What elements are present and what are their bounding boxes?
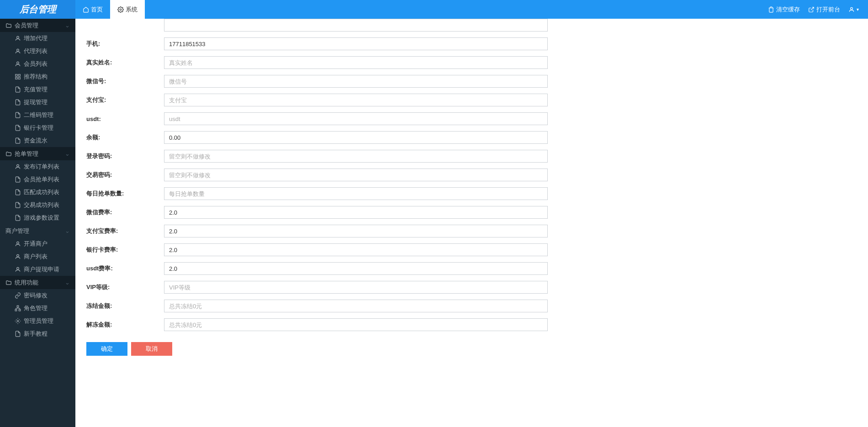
sidebar-item-0-1[interactable]: 代理列表 xyxy=(0,45,75,58)
sidebar-item-0-3[interactable]: 推荐结构 xyxy=(0,70,75,83)
input-login-password[interactable] xyxy=(164,150,548,163)
form-row-top-empty xyxy=(86,19,857,32)
input-wechat-rate[interactable] xyxy=(164,206,548,219)
user-icon xyxy=(15,48,21,54)
sidebar-group-2[interactable]: 商户管理⌄ xyxy=(0,224,75,237)
user-icon xyxy=(15,241,21,247)
confirm-button[interactable]: 确定 xyxy=(86,342,127,356)
label-real-name: 真实姓名: xyxy=(86,58,164,67)
label-bankcard-rate: 银行卡费率: xyxy=(86,246,164,254)
doc-icon xyxy=(15,99,21,105)
open-front-link[interactable]: 打开前台 xyxy=(808,5,840,14)
input-bankcard-rate[interactable] xyxy=(164,243,548,256)
sidebar-item-3-2[interactable]: 管理员管理 xyxy=(0,315,75,327)
input-usdt[interactable] xyxy=(164,112,548,125)
doc-icon xyxy=(15,202,21,208)
chevron-down-icon: ⌄ xyxy=(65,150,70,157)
sidebar-item-label: 推荐结构 xyxy=(24,73,48,81)
clear-cache-link[interactable]: 清空缓存 xyxy=(768,5,800,14)
input-daily-orders[interactable] xyxy=(164,187,548,200)
sidebar-item-label: 会员列表 xyxy=(24,60,48,68)
tab-system[interactable]: 系统 xyxy=(110,0,145,19)
svg-point-12 xyxy=(17,267,19,269)
input-unfreeze-amount[interactable] xyxy=(164,318,548,331)
sidebar-item-2-2[interactable]: 商户提现申请 xyxy=(0,263,75,276)
grid-icon xyxy=(15,74,21,80)
svg-point-16 xyxy=(17,320,19,322)
input-phone[interactable] xyxy=(164,37,548,50)
user-icon xyxy=(15,61,21,67)
svg-rect-14 xyxy=(15,309,17,311)
form-row-usdt-rate: usdt费率: xyxy=(86,262,857,275)
input-vip-level[interactable] xyxy=(164,281,548,294)
sidebar-group-3[interactable]: 统用功能⌄ xyxy=(0,276,75,289)
open-front-label: 打开前台 xyxy=(816,5,840,14)
sidebar-item-1-2[interactable]: 匹配成功列表 xyxy=(0,186,75,199)
input-alipay[interactable] xyxy=(164,94,548,106)
form-row-trade-password: 交易密码: xyxy=(86,169,857,181)
sidebar-item-3-0[interactable]: 密码修改 xyxy=(0,289,75,302)
sidebar-item-0-8[interactable]: 资金流水 xyxy=(0,134,75,147)
label-usdt: usdt: xyxy=(86,116,164,122)
sidebar-item-1-4[interactable]: 游戏参数设置 xyxy=(0,211,75,224)
svg-point-1 xyxy=(851,7,853,10)
form-row-daily-orders: 每日抢单数量: xyxy=(86,187,857,200)
sidebar-group-label: 抢单管理 xyxy=(15,150,38,158)
sidebar-item-1-1[interactable]: 会员抢单列表 xyxy=(0,173,75,186)
input-wechat[interactable] xyxy=(164,75,548,88)
link-icon xyxy=(15,292,21,299)
doc-icon xyxy=(15,189,21,195)
home-icon xyxy=(83,6,89,13)
user-menu[interactable]: ▾ xyxy=(848,6,859,13)
sidebar-item-label: 充值管理 xyxy=(24,85,48,94)
label-trade-password: 交易密码: xyxy=(86,171,164,179)
logo: 后台管理 xyxy=(0,0,75,19)
sidebar-item-0-6[interactable]: 二维码管理 xyxy=(0,109,75,121)
sidebar-item-3-3[interactable]: 新手教程 xyxy=(0,327,75,340)
svg-rect-6 xyxy=(18,74,20,76)
sidebar-item-0-0[interactable]: 增加代理 xyxy=(0,32,75,45)
cancel-button[interactable]: 取消 xyxy=(131,342,172,356)
svg-rect-8 xyxy=(18,77,20,79)
chevron-down-icon: ▾ xyxy=(857,7,859,12)
sidebar-item-label: 资金流水 xyxy=(24,137,48,145)
sidebar-item-label: 新手教程 xyxy=(24,330,48,338)
sidebar-item-label: 匹配成功列表 xyxy=(24,188,59,196)
sidebar-group-label: 统用功能 xyxy=(15,279,38,287)
sidebar-item-3-1[interactable]: 角色管理 xyxy=(0,302,75,315)
input-usdt-rate[interactable] xyxy=(164,262,548,275)
svg-point-9 xyxy=(17,164,19,167)
sidebar-item-label: 开通商户 xyxy=(24,240,48,248)
sidebar-item-2-0[interactable]: 开通商户 xyxy=(0,237,75,250)
input-top-empty[interactable] xyxy=(164,19,548,32)
tab-home[interactable]: 首页 xyxy=(75,0,110,19)
gear-icon xyxy=(15,318,21,324)
svg-rect-5 xyxy=(16,74,17,76)
sidebar-group-1[interactable]: 抢单管理⌄ xyxy=(0,147,75,160)
sidebar-item-label: 游戏参数设置 xyxy=(24,214,59,222)
form-row-freeze-amount: 冻结金额: xyxy=(86,300,857,312)
sidebar-group-0[interactable]: 会员管理⌄ xyxy=(0,19,75,32)
sidebar-item-2-1[interactable]: 商户列表 xyxy=(0,250,75,263)
sidebar-item-1-0[interactable]: 发布订单列表 xyxy=(0,160,75,173)
chevron-down-icon: ⌄ xyxy=(65,279,70,286)
doc-icon xyxy=(15,331,21,337)
svg-rect-15 xyxy=(19,309,21,311)
label-phone: 手机: xyxy=(86,40,164,48)
input-freeze-amount[interactable] xyxy=(164,300,548,312)
input-real-name[interactable] xyxy=(164,56,548,69)
sidebar-item-0-4[interactable]: 充值管理 xyxy=(0,83,75,96)
sidebar-item-1-3[interactable]: 交易成功列表 xyxy=(0,199,75,211)
user-icon xyxy=(15,163,21,170)
input-trade-password[interactable] xyxy=(164,169,548,181)
sidebar: 会员管理⌄增加代理代理列表会员列表推荐结构充值管理提现管理二维码管理银行卡管理资… xyxy=(0,19,75,367)
clear-cache-label: 清空缓存 xyxy=(776,5,800,14)
input-alipay-rate[interactable] xyxy=(164,225,548,237)
sidebar-item-0-7[interactable]: 银行卡管理 xyxy=(0,121,75,134)
sidebar-item-0-5[interactable]: 提现管理 xyxy=(0,96,75,109)
input-balance[interactable] xyxy=(164,131,548,144)
sidebar-item-0-2[interactable]: 会员列表 xyxy=(0,58,75,70)
sidebar-item-label: 密码修改 xyxy=(24,291,48,300)
form-row-wechat-rate: 微信费率: xyxy=(86,206,857,219)
sidebar-item-label: 增加代理 xyxy=(24,34,48,42)
